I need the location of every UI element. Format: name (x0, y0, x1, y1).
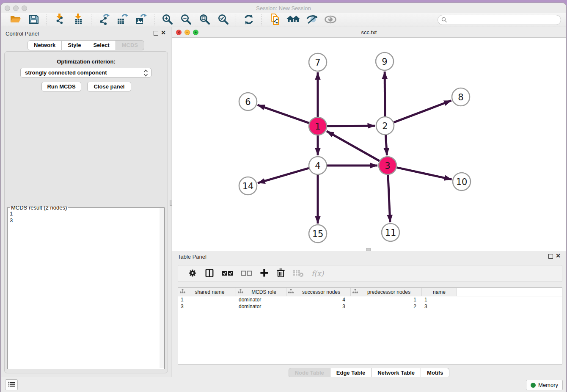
float-panel-icon[interactable] (154, 31, 158, 36)
edge-2-3[interactable] (385, 135, 387, 155)
tree-hierarchy-icon (238, 289, 243, 295)
node-9[interactable]: 9 (376, 52, 394, 70)
result-scrollbar[interactable] (160, 208, 164, 368)
delete-column-button[interactable] (276, 268, 285, 279)
title-bar: Session: New Session (1, 3, 566, 13)
select-all-icon (222, 269, 233, 278)
edge-3-10[interactable] (396, 168, 451, 179)
control-panel-tabs: NetworkStyleSelectMCDS (1, 40, 171, 50)
table-row[interactable]: 1dominator411 (178, 296, 562, 303)
node-1[interactable]: 1 (309, 117, 327, 135)
open-file-icon (10, 14, 21, 26)
node-2[interactable]: 2 (376, 117, 394, 135)
network-graph[interactable]: 7968124314101511 (172, 38, 567, 251)
edge-1-2[interactable] (327, 126, 375, 126)
zoom-selected-button[interactable] (217, 14, 229, 26)
cell-successor-nodes[interactable]: 4 (286, 297, 351, 303)
node-10[interactable]: 10 (453, 173, 471, 190)
task-history-button[interactable] (5, 379, 18, 390)
network-window-titlebar: ✕ − + scc.txt (172, 27, 566, 38)
cell-shared-name[interactable]: 3 (178, 304, 236, 309)
add-column-button[interactable] (260, 268, 269, 279)
cell-name[interactable]: 1 (422, 297, 457, 303)
tab-style[interactable]: Style (62, 40, 87, 50)
duplicate-network-button[interactable] (268, 14, 281, 26)
edge-3-11[interactable] (388, 175, 390, 222)
zoom-out-button[interactable] (179, 14, 192, 26)
open-file-button[interactable] (9, 14, 22, 26)
node-6[interactable]: 6 (239, 93, 257, 110)
horizontal-splitter-handle[interactable] (366, 248, 371, 251)
column-header-successor-nodes[interactable]: successor nodes (286, 288, 351, 296)
select-all-button[interactable] (222, 269, 233, 278)
zoom-fit-icon (199, 14, 210, 26)
node-7[interactable]: 7 (309, 53, 327, 71)
export-network-button[interactable] (98, 14, 110, 26)
clear-selection-button[interactable] (241, 269, 252, 278)
toolbar-separator (236, 14, 236, 25)
memory-button[interactable]: Memory (526, 380, 563, 390)
edge-1-6[interactable] (258, 105, 309, 123)
import-table-button[interactable] (72, 14, 85, 26)
refresh-icon (243, 14, 254, 26)
tab-select[interactable]: Select (87, 40, 116, 50)
column-layout-button[interactable] (205, 268, 214, 279)
refresh-button[interactable] (242, 14, 255, 26)
edge-3-1[interactable] (327, 131, 380, 161)
table-panel: Table Panel ✕ f(x) shared nameMCDS roles… (172, 251, 566, 377)
save-session-button[interactable] (28, 14, 40, 26)
column-header-MCDS-role[interactable]: MCDS role (236, 288, 286, 296)
function-builder-button[interactable]: f(x) (311, 269, 324, 278)
node-8[interactable]: 8 (452, 88, 470, 106)
run-mcds-button[interactable]: Run MCDS (41, 82, 81, 91)
mcds-result-title: MCDS result (2 nodes) (10, 204, 68, 211)
edge-2-8[interactable] (394, 101, 451, 123)
cell-predecessor-nodes[interactable]: 1 (351, 297, 422, 303)
node-11[interactable]: 11 (382, 224, 399, 241)
settings-gear-button[interactable] (188, 268, 197, 279)
tab-network[interactable]: Network (28, 40, 62, 50)
home-gallery-button[interactable] (287, 14, 300, 26)
tree-hierarchy-icon (288, 289, 294, 295)
search-input[interactable] (438, 15, 561, 25)
export-image-button[interactable] (135, 14, 148, 26)
node-3[interactable]: 3 (379, 157, 396, 174)
cell-shared-name[interactable]: 1 (178, 297, 236, 303)
node-4[interactable]: 4 (309, 157, 327, 174)
zoom-fit-button[interactable] (198, 14, 211, 26)
svg-text:1: 1 (315, 121, 320, 132)
clear-selection-icon (241, 269, 252, 278)
column-header-shared-name[interactable]: shared name (178, 288, 236, 296)
export-table-icon (117, 14, 129, 27)
node-15[interactable]: 15 (309, 225, 327, 243)
export-table-button[interactable] (116, 14, 129, 26)
float-table-panel-icon[interactable] (548, 254, 553, 259)
network-canvas[interactable]: 7968124314101511 (172, 38, 566, 251)
tab-mcds[interactable]: MCDS (116, 40, 144, 50)
hide-graphics-details-button[interactable] (306, 14, 318, 26)
cell-MCDS-role[interactable]: dominator (236, 304, 286, 309)
edge-4-14[interactable] (258, 168, 309, 183)
save-session-icon (28, 14, 39, 26)
close-panel-icon[interactable]: ✕ (161, 30, 166, 36)
node-14[interactable]: 14 (239, 177, 257, 195)
column-header-predecessor-nodes[interactable]: predecessor nodes (351, 288, 422, 296)
cell-name[interactable]: 3 (422, 304, 457, 309)
delete-table-button[interactable] (293, 269, 304, 279)
close-panel-button[interactable]: Close panel (87, 82, 131, 91)
cell-successor-nodes[interactable]: 3 (286, 304, 351, 309)
show-graphics-details-button[interactable] (324, 14, 337, 26)
zoom-in-button[interactable] (161, 14, 173, 26)
edge-2-9[interactable] (385, 72, 385, 116)
node-table[interactable]: shared nameMCDS rolesuccessor nodesprede… (178, 287, 562, 364)
table-row[interactable]: 3dominator323 (178, 303, 562, 310)
column-layout-icon (205, 268, 214, 279)
close-table-panel-icon[interactable]: ✕ (556, 253, 561, 259)
criterion-dropdown[interactable]: strongly connected component (20, 68, 151, 77)
cell-MCDS-role[interactable]: dominator (236, 297, 286, 303)
import-table-icon (73, 14, 84, 26)
cell-predecessor-nodes[interactable]: 2 (351, 304, 422, 309)
zoom-in-icon (162, 14, 173, 26)
column-header-name[interactable]: name (422, 288, 457, 296)
import-network-button[interactable] (53, 14, 66, 26)
